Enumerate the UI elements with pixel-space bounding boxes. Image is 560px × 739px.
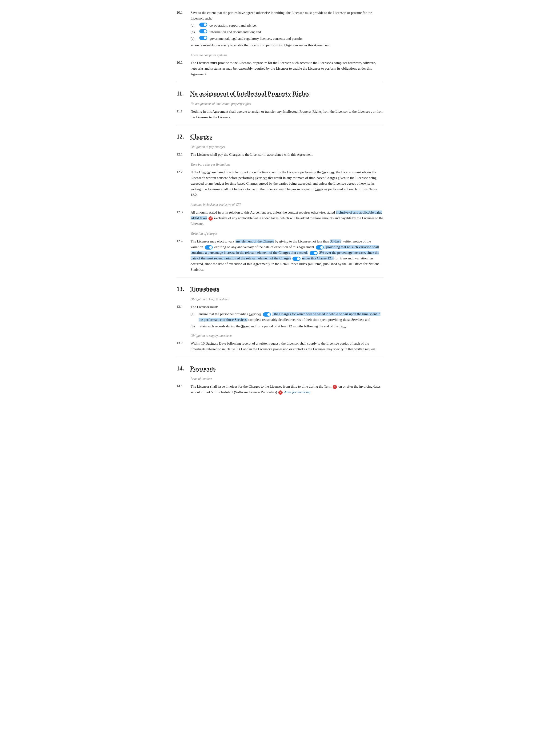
toggle-12-4-a[interactable] — [205, 245, 213, 250]
list-item-b: (b) information and documentation; and — [190, 29, 384, 35]
list-text-13-1-a: ensure that the personnel providing Serv… — [198, 311, 384, 322]
services-ref2: Services — [255, 176, 267, 180]
subheading-amounts-vat: Amounts inclusive or exclusive of VAT — [176, 202, 384, 207]
list-label-13-1-a: (a) — [190, 311, 197, 317]
clause-12-4: 12.4 The Licensor may elect to vary any … — [176, 239, 384, 274]
section-12-heading: 12. Charges — [176, 132, 384, 141]
clause-10-1-text: Save to the extent that the parties have… — [190, 10, 384, 21]
clause-12-3: 12.3 All amounts stated in or in relatio… — [176, 209, 384, 228]
clause-content-13-1: The Licensor must: (a) ensure that the p… — [190, 304, 384, 330]
red-circle-14-1: ✕ — [333, 385, 337, 389]
toggle-c[interactable] — [199, 36, 207, 40]
clause-number-12-4: 12.4 — [176, 239, 190, 274]
clause-10-1-continuation: as are reasonably necessary to enable th… — [190, 42, 384, 48]
clause-12-2: 12.2 If the Charges are based in whole o… — [176, 169, 384, 199]
clause-content-14-1: The Licensor shall issue invoices for th… — [190, 384, 384, 396]
clause-13-2: 13.2 Within 10 Business Days following r… — [176, 340, 384, 353]
clause-number-12-1: 12.1 — [176, 152, 190, 159]
12-4-text-anniversary: expiring on any anniversary of the date … — [215, 245, 314, 249]
list-text-c: governmental, legal and regulatory licen… — [209, 36, 303, 41]
subheading-time-base: Time-base charges limitations — [176, 162, 384, 167]
clause-content-12-4: The Licensor may elect to vary any eleme… — [190, 239, 384, 274]
clause-12-2-text: If the Charges are based in whole or par… — [190, 169, 384, 197]
toggle-12-4-b[interactable] — [316, 245, 324, 250]
section-13-title: Timesheets — [190, 284, 219, 294]
subheading-no-assignments: No assignments of intellectual property … — [176, 101, 384, 106]
clause-14-1: 14.1 The Licensor shall issue invoices f… — [176, 384, 384, 396]
clause-number-10-1: 10.1 — [176, 10, 190, 49]
clause-number-14-1: 14.1 — [176, 384, 190, 396]
section-12-number: 12. — [176, 132, 188, 141]
clause-number-13-2: 13.2 — [176, 340, 190, 353]
charges-ref: Charges — [199, 170, 211, 174]
clause-number-10-2: 10.2 — [176, 60, 190, 78]
list-label-a: (a) — [190, 23, 197, 28]
clause-content-11-1: Nothing in this Agreement shall operate … — [190, 109, 384, 121]
subheading-issue-invoices: Issue of invoices — [176, 376, 384, 381]
services-ref4: Services — [249, 312, 261, 316]
subheading-variation-charges: Variation of charges — [176, 231, 384, 236]
list-item-13-1-a: (a) ensure that the personnel providing … — [190, 311, 384, 322]
clause-10-1-sublist: (a) co-operation, support and advice; (b… — [190, 23, 384, 41]
red-circle-12-3: ✕ — [208, 216, 213, 220]
clause-12-3-text: All amounts stated in or in relation to … — [190, 209, 384, 227]
clause-13-1-intro: The Licensor must: — [190, 304, 384, 310]
clause-content-12-2: If the Charges are based in whole or par… — [190, 169, 384, 199]
under-this-highlight: under this Clause 12.4 — [302, 256, 334, 260]
services-ref1: Services — [322, 170, 334, 174]
toggle-b[interactable] — [199, 29, 207, 33]
section-14-heading: 14. Payments — [176, 364, 384, 373]
list-label-13-1-b: (b) — [190, 323, 197, 329]
30-days-highlight: 30 days — [330, 240, 341, 243]
toggle-a[interactable] — [199, 23, 207, 27]
section-14-number: 14. — [176, 364, 188, 373]
clause-12-4-text: The Licensor may elect to vary any eleme… — [190, 239, 384, 272]
any-element-highlight: any element of the Charges — [236, 240, 274, 243]
clause-13-2-text: Within 10 Business Days following receip… — [190, 340, 384, 352]
clause-12-1-text: The Licensee shall pay the Charges to th… — [190, 152, 384, 157]
list-item-a: (a) co-operation, support and advice; — [190, 23, 384, 28]
term-ref2: Term — [339, 324, 346, 328]
inclusive-highlight: inclusive of any applicable value added … — [190, 210, 382, 220]
subheading-obligation-supply: Obligation to supply timesheets — [176, 333, 384, 338]
business-days-ref: 10 Business Days — [201, 341, 226, 345]
list-item-13-1-b: (b) retain such records during the Term,… — [190, 323, 384, 329]
list-text-13-1-b: retain such records during the Term, and… — [198, 323, 347, 329]
section-14-title: Payments — [190, 364, 216, 373]
clause-number-13-1: 13.1 — [176, 304, 190, 330]
section-12-title: Charges — [190, 132, 212, 141]
subheading-access: Access to computer systems — [176, 53, 384, 57]
charges-time-highlight: , the Charges for which will be based in… — [198, 312, 381, 321]
toggle-12-4-c[interactable] — [310, 251, 318, 255]
section-11-title: No assignment of Intellectual Property R… — [190, 89, 309, 98]
term-ref1: Term — [242, 324, 249, 328]
clause-12-1: 12.1 The Licensee shall pay the Charges … — [176, 152, 384, 159]
list-text-b: information and documentation; and — [209, 29, 261, 35]
clause-number-12-2: 12.2 — [176, 169, 190, 199]
clause-13-1: 13.1 The Licensor must: (a) ensure that … — [176, 304, 384, 330]
clause-content-13-2: Within 10 Business Days following receip… — [190, 340, 384, 353]
clause-13-1-sublist: (a) ensure that the personnel providing … — [190, 311, 384, 329]
ipr-text: Intellectual Property Rights — [283, 110, 322, 113]
clause-11-1: 11.1 Nothing in this Agreement shall ope… — [176, 109, 384, 121]
subheading-obligation-pay: Obligation to pay charges — [176, 144, 384, 149]
services-ref3: Services — [315, 187, 327, 191]
toggle-13-1-a[interactable] — [263, 312, 271, 317]
clause-content-10-2: The Licensee must provide to the Licenso… — [190, 60, 384, 78]
clause-content-12-1: The Licensee shall pay the Charges to th… — [190, 152, 384, 159]
clause-10-2: 10.2 The Licensee must provide to the Li… — [176, 60, 384, 78]
section-13-number: 13. — [176, 284, 188, 294]
clause-number-12-3: 12.3 — [176, 209, 190, 228]
clause-number-11-1: 11.1 — [176, 109, 190, 121]
section-13-heading: 13. Timesheets — [176, 284, 384, 294]
clause-14-1-text: The Licensor shall issue invoices for th… — [190, 384, 384, 395]
dates-for-invoicing: dates for invoicing. — [284, 390, 311, 394]
toggle-12-4-d[interactable] — [292, 257, 300, 261]
section-11-number: 11. — [176, 89, 188, 98]
list-item-c: (c) governmental, legal and regulatory l… — [190, 36, 384, 41]
clause-10-1: 10.1 Save to the extent that the parties… — [176, 10, 384, 49]
list-label-b: (b) — [190, 29, 197, 35]
clause-11-1-text: Nothing in this Agreement shall operate … — [190, 109, 384, 120]
term-ref3: Term — [324, 385, 331, 388]
red-circle-14-1-b: ✕ — [278, 391, 283, 395]
